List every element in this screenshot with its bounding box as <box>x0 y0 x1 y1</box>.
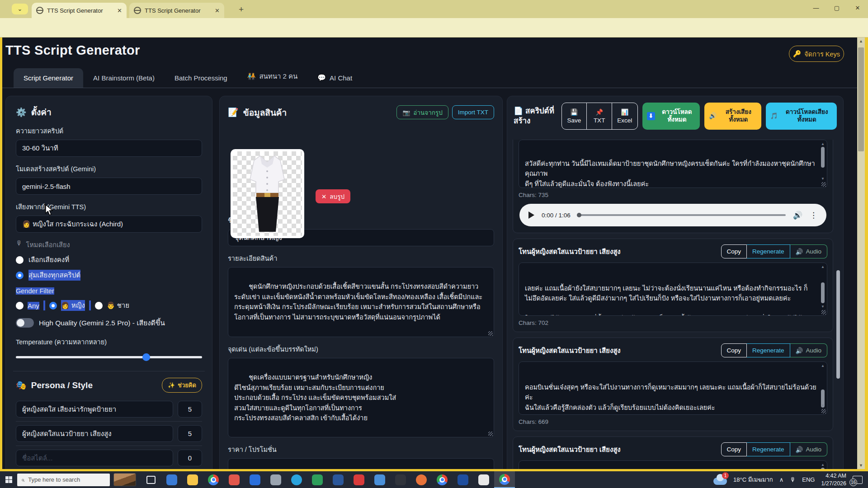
textarea-scrollbar[interactable]: ▲▼ <box>820 141 826 186</box>
script-list[interactable]: สวัสดีค่ะทุกท่าน วันนี้มีไอเทมเด็ดมาป้าย… <box>507 140 843 469</box>
gender-male-option[interactable]: 👨 ชาย <box>107 300 129 311</box>
slider-thumb[interactable] <box>142 353 150 361</box>
radio-on-icon[interactable] <box>16 272 24 279</box>
gender-female-option[interactable]: 👩 หญิง <box>61 300 85 311</box>
tab-ai-brainstorm[interactable]: AI Brainstorm (Beta) <box>83 68 165 88</box>
script-textarea[interactable]: เลยค่ะ แถมเนื้อผ้ายังใส่สบายมากๆ เลยนะ ไ… <box>519 263 827 316</box>
notification-icon[interactable]: 16 <box>853 476 863 484</box>
tab-batch-processing[interactable]: Batch Processing <box>165 68 237 88</box>
price-input[interactable] <box>228 458 494 469</box>
textarea-scrollbar[interactable]: ▲ <box>820 462 826 469</box>
taskbar-app-6[interactable] <box>265 471 286 488</box>
delete-image-button[interactable]: ✕ ลบรูป <box>316 189 350 203</box>
tab-script-generator[interactable]: Script Generator <box>14 68 83 88</box>
resize-handle[interactable] <box>488 432 493 436</box>
slider-track[interactable] <box>16 356 202 358</box>
voice-mode-random-option[interactable]: สุ่มเสียงทุกสคริปต์ <box>16 270 202 281</box>
resize-handle[interactable] <box>488 331 493 336</box>
audio-menu-icon[interactable]: ⋮ <box>810 211 817 220</box>
audio-player[interactable]: 0:00 / 1:06 🔊 ⋮ <box>519 204 826 226</box>
resize-handle[interactable] <box>821 310 826 314</box>
volume-icon[interactable]: 🔊 <box>793 211 802 220</box>
temperature-slider[interactable] <box>16 353 202 361</box>
tab-ai-chat[interactable]: 💬 AI Chat <box>307 68 362 88</box>
persona-suggest-button[interactable]: ✨ ช่วยคิด <box>162 378 202 393</box>
taskbar-app-2[interactable] <box>182 471 203 488</box>
audio-progress-bar[interactable] <box>578 214 786 216</box>
generate-all-audio-button[interactable]: 🔊 สร้างเสียงทั้งหมด <box>704 103 761 130</box>
maximize-button[interactable]: ▢ <box>826 0 847 16</box>
persona-name-input[interactable]: ชื่อสไตล์... <box>16 450 173 466</box>
audio-button[interactable]: 🔊Audio <box>790 343 827 357</box>
page-scrollbar-thumb[interactable] <box>858 47 864 151</box>
tab-search-button[interactable]: ⌄ <box>12 4 28 14</box>
browser-tab-2[interactable]: TTS Script Generator ✕ <box>129 3 224 18</box>
persona-name-input[interactable]: ผู้หญิงสดใสแนวป้ายยา เสียงสูง <box>16 425 173 442</box>
language-indicator[interactable]: ENG <box>802 476 815 483</box>
taskbar-app-4[interactable] <box>224 471 245 488</box>
textarea-scrollbar[interactable]: ▲▼ <box>820 363 826 413</box>
taskbar-app-10[interactable] <box>349 471 369 488</box>
taskbar-app-5[interactable] <box>245 471 265 488</box>
script-list-scrollbar[interactable] <box>836 173 840 469</box>
play-icon[interactable] <box>528 211 534 219</box>
hidden-icons-chevron[interactable]: ∧ <box>779 476 784 483</box>
voice-mode-fixed-option[interactable]: เลือกเสียงคงที่ <box>16 254 202 265</box>
tab-close-icon[interactable]: ✕ <box>117 7 122 14</box>
radio-off-icon[interactable] <box>16 302 24 310</box>
radio-on-icon[interactable] <box>49 302 57 310</box>
copy-button[interactable]: Copy <box>721 343 747 357</box>
radio-off-icon[interactable] <box>16 256 24 264</box>
tab-close-icon[interactable]: ✕ <box>215 7 220 14</box>
audio-button[interactable]: 🔊Audio <box>790 442 827 456</box>
weather-icon[interactable]: 1 <box>713 475 727 485</box>
excel-button[interactable]: 📊 Excel <box>612 103 637 129</box>
copy-button[interactable]: Copy <box>721 244 747 258</box>
taskbar-app-7[interactable] <box>286 471 307 488</box>
page-scrollbar[interactable]: ▲ ▼ <box>857 38 865 469</box>
copy-button[interactable]: Copy <box>721 442 747 456</box>
persona-count-input[interactable]: 5 <box>178 401 202 418</box>
import-txt-button[interactable]: Import TXT <box>452 105 494 119</box>
audio-button[interactable]: 🔊Audio <box>790 244 827 258</box>
script-textarea[interactable]: คอมบิเนชั่นเจ๋งสุดๆ หรือจะใส่ไปงานทางการ… <box>519 361 827 415</box>
regenerate-button[interactable]: Regenerate <box>747 442 790 456</box>
new-tab-button[interactable]: + <box>239 5 244 14</box>
download-all-button[interactable]: ⬇ ดาวน์โหลดทั้งหมด <box>642 103 700 130</box>
script-textarea[interactable]: สวัสดีค่ะทุกท่าน วันนี้มีไอเทมเด็ดมาป้าย… <box>519 140 827 188</box>
minimize-button[interactable]: — <box>806 0 826 16</box>
resize-handle[interactable] <box>821 409 826 413</box>
window-close-button[interactable]: ✕ <box>847 0 868 16</box>
taskbar-app-1[interactable] <box>161 471 182 488</box>
taskbar-app-12[interactable] <box>390 471 411 488</box>
persona-count-input[interactable]: 5 <box>178 425 202 442</box>
taskbar-app-16[interactable] <box>473 471 494 488</box>
microphone-tray-icon[interactable]: 🎙 <box>790 476 796 483</box>
read-from-image-button[interactable]: 📷 อ่านจากรูป <box>396 105 448 119</box>
script-length-select[interactable]: 30-60 วินาที <box>16 140 202 157</box>
taskbar-search[interactable]: ⌕ Type here to search <box>17 474 110 486</box>
video-thumbnail[interactable] <box>113 473 136 486</box>
textarea-scrollbar[interactable]: ▲▼ <box>820 264 826 314</box>
highlights-textarea[interactable]: ชุดเครื่องแบบมาตรฐานสำหรับนักศึกษาหญิง ด… <box>228 358 494 437</box>
model-select[interactable]: gemini-2.5-flash <box>16 178 202 195</box>
taskbar-app-chrome-active[interactable] <box>494 471 515 488</box>
tab-conversation[interactable]: 🧑‍🤝‍🧑 สนทนา 2 คน <box>237 65 308 88</box>
script-textarea[interactable]: กรี๊ดดด! สาวๆ คนไหนที่กำลังจะเข้ามหาลัย … <box>519 460 827 469</box>
radio-off-icon[interactable] <box>95 302 103 310</box>
taskbar-app-8[interactable] <box>307 471 328 488</box>
voice-select[interactable]: 👩 หญิงใส กระฉับกระเฉง (Achird) <box>16 216 202 233</box>
browser-tab-1[interactable]: TTS Script Generator ✕ <box>32 3 127 18</box>
save-button[interactable]: 💾 Save <box>562 103 587 129</box>
regenerate-button[interactable]: Regenerate <box>747 343 790 357</box>
resize-handle[interactable] <box>821 182 826 187</box>
persona-name-input[interactable]: ผู้หญิงสดใส เสียงน่ารักพูดป้ายยา <box>16 401 173 418</box>
high-quality-toggle[interactable] <box>16 318 34 328</box>
gender-any-option[interactable]: Any <box>28 302 39 310</box>
taskbar-app-3[interactable] <box>203 471 224 488</box>
regenerate-button[interactable]: Regenerate <box>747 244 790 258</box>
product-details-textarea[interactable]: ชุดนักศึกษาหญิงประกอบด้วยเสื้อเชิ้ตสีขาว… <box>228 267 494 337</box>
taskbar-app-14[interactable] <box>432 471 453 488</box>
taskbar-app-11[interactable] <box>369 471 390 488</box>
taskbar-clock[interactable]: 4:42 AM 1/27/2026 <box>821 472 846 488</box>
